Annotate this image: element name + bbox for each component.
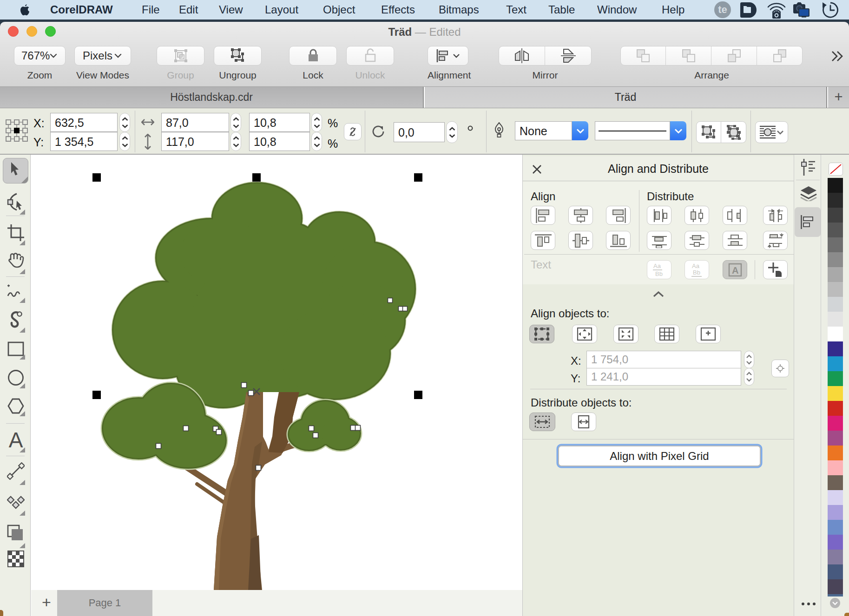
svg-text:A: A <box>732 265 738 275</box>
svg-text:Aa: Aa <box>653 262 661 269</box>
svg-text:Aa: Aa <box>692 262 700 269</box>
svg-text:Bb: Bb <box>655 270 663 277</box>
svg-text:Bb: Bb <box>693 269 700 276</box>
